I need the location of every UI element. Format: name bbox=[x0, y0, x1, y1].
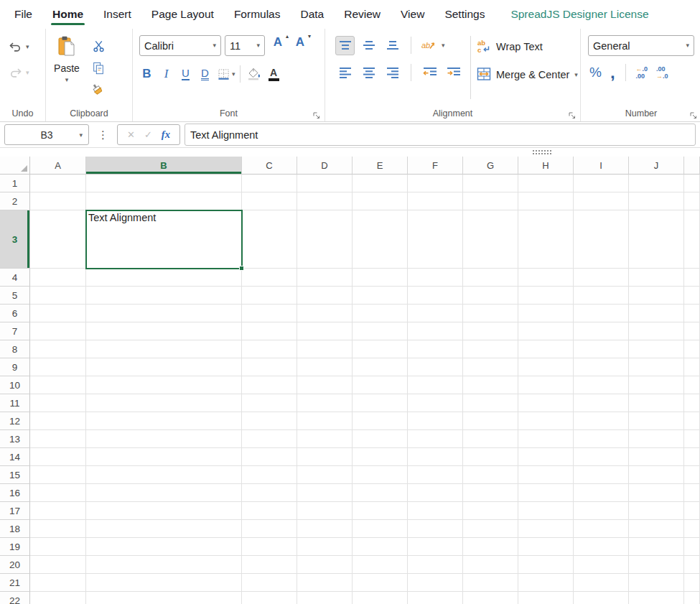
cell-G6[interactable] bbox=[463, 305, 518, 322]
cell-E6[interactable] bbox=[353, 305, 408, 322]
cell-G4[interactable] bbox=[463, 269, 518, 287]
menu-formulas[interactable]: Formulas bbox=[224, 0, 291, 29]
cell-H21[interactable] bbox=[518, 574, 574, 592]
cell-H22[interactable] bbox=[518, 592, 574, 604]
cell-I21[interactable] bbox=[574, 574, 629, 592]
cell-A9[interactable] bbox=[30, 358, 86, 376]
cell-I22[interactable] bbox=[574, 592, 629, 604]
select-all-corner[interactable] bbox=[0, 157, 30, 175]
cell-F16[interactable] bbox=[408, 484, 463, 502]
column-header-F[interactable]: F bbox=[408, 157, 463, 175]
cell-F22[interactable] bbox=[408, 592, 463, 604]
cell-J17[interactable] bbox=[629, 502, 684, 520]
cell-J16[interactable] bbox=[629, 484, 684, 502]
cell-H8[interactable] bbox=[518, 340, 574, 358]
cell-D11[interactable] bbox=[297, 394, 353, 412]
cell-H16[interactable] bbox=[518, 484, 574, 502]
cell-G17[interactable] bbox=[463, 502, 518, 520]
cell-F5[interactable] bbox=[408, 287, 463, 305]
cell-I8[interactable] bbox=[574, 340, 629, 358]
cell-J21[interactable] bbox=[629, 574, 684, 592]
cell-D21[interactable] bbox=[297, 574, 353, 592]
cell-J6[interactable] bbox=[629, 305, 684, 322]
borders-chevron-icon[interactable]: ▾ bbox=[232, 71, 235, 78]
menu-spreadjs-license[interactable]: SpreadJS Designer License bbox=[495, 0, 658, 29]
cell-B2[interactable] bbox=[86, 192, 242, 210]
cancel-entry-icon[interactable]: ✕ bbox=[127, 129, 135, 140]
cell-D10[interactable] bbox=[297, 376, 353, 394]
cell-I19[interactable] bbox=[574, 538, 629, 556]
cell-H11[interactable] bbox=[518, 394, 574, 412]
cell-F20[interactable] bbox=[408, 556, 463, 574]
font-dialog-launcher-icon[interactable] bbox=[313, 109, 320, 116]
row-header-8[interactable]: 8 bbox=[0, 340, 30, 358]
cell-G14[interactable] bbox=[463, 448, 518, 466]
cell-D5[interactable] bbox=[297, 287, 353, 305]
cell-E4[interactable] bbox=[353, 269, 408, 287]
cell-J15[interactable] bbox=[629, 466, 684, 484]
cell-I11[interactable] bbox=[574, 394, 629, 412]
resize-grip-handle[interactable] bbox=[533, 150, 551, 154]
cell-D7[interactable] bbox=[297, 322, 353, 340]
copy-icon[interactable] bbox=[89, 60, 108, 77]
row-header-11[interactable]: 11 bbox=[0, 394, 30, 412]
align-bottom-button[interactable] bbox=[383, 36, 402, 55]
cell-A2[interactable] bbox=[30, 192, 86, 210]
cell-H4[interactable] bbox=[518, 269, 574, 287]
row-header-7[interactable]: 7 bbox=[0, 322, 30, 340]
cell-B9[interactable] bbox=[86, 358, 242, 376]
cell-I2[interactable] bbox=[574, 192, 629, 210]
decrease-indent-button[interactable] bbox=[420, 63, 439, 83]
cell-G19[interactable] bbox=[463, 538, 518, 556]
number-dialog-launcher-icon[interactable] bbox=[690, 109, 697, 116]
cell-D17[interactable] bbox=[297, 502, 353, 520]
cell-C22[interactable] bbox=[242, 592, 297, 604]
cell-E8[interactable] bbox=[353, 340, 408, 358]
cell-G7[interactable] bbox=[463, 322, 518, 340]
alignment-dialog-launcher-icon[interactable] bbox=[569, 109, 576, 116]
cell-E19[interactable] bbox=[353, 538, 408, 556]
double-underline-button[interactable]: D bbox=[195, 65, 215, 83]
cell-E11[interactable] bbox=[353, 394, 408, 412]
cell-J7[interactable] bbox=[629, 322, 684, 340]
cut-icon[interactable] bbox=[89, 37, 108, 55]
cell-E5[interactable] bbox=[353, 287, 408, 305]
cell-J4[interactable] bbox=[629, 269, 684, 287]
cell-F3[interactable] bbox=[408, 210, 463, 269]
cell-I16[interactable] bbox=[574, 484, 629, 502]
insert-function-icon[interactable]: fx bbox=[162, 129, 170, 141]
cell-E18[interactable] bbox=[353, 520, 408, 538]
cell-A12[interactable] bbox=[30, 412, 86, 430]
cell-D12[interactable] bbox=[297, 412, 353, 430]
row-header-10[interactable]: 10 bbox=[0, 376, 30, 394]
cell-A13[interactable] bbox=[30, 430, 86, 448]
cell-C5[interactable] bbox=[242, 287, 297, 305]
name-box-chevron-icon[interactable]: ▾ bbox=[79, 132, 83, 139]
cell-E17[interactable] bbox=[353, 502, 408, 520]
row-header-18[interactable]: 18 bbox=[0, 520, 30, 538]
font-color-button[interactable]: A bbox=[264, 65, 284, 83]
row-header-1[interactable]: 1 bbox=[0, 175, 30, 192]
cell-B22[interactable] bbox=[86, 592, 242, 604]
cell-A7[interactable] bbox=[30, 322, 86, 340]
cell-G21[interactable] bbox=[463, 574, 518, 592]
column-header-C[interactable]: C bbox=[242, 157, 297, 175]
cell-I4[interactable] bbox=[574, 269, 629, 287]
cell-D15[interactable] bbox=[297, 466, 353, 484]
cell-D18[interactable] bbox=[297, 520, 353, 538]
row-header-19[interactable]: 19 bbox=[0, 538, 30, 556]
cell-D6[interactable] bbox=[297, 305, 353, 322]
cell-H3[interactable] bbox=[518, 210, 574, 269]
cell-E20[interactable] bbox=[353, 556, 408, 574]
cell-D14[interactable] bbox=[297, 448, 353, 466]
cell-B19[interactable] bbox=[86, 538, 242, 556]
row-header-2[interactable]: 2 bbox=[0, 192, 30, 210]
increase-decimal-button[interactable]: ←.0 .00 bbox=[636, 65, 648, 80]
merge-center-button[interactable]: Merge & Center ▾ bbox=[477, 64, 578, 85]
cell-C16[interactable] bbox=[242, 484, 297, 502]
row-header-5[interactable]: 5 bbox=[0, 287, 30, 305]
cell-F18[interactable] bbox=[408, 520, 463, 538]
increase-indent-button[interactable] bbox=[444, 63, 463, 83]
cell-A1[interactable] bbox=[30, 175, 86, 192]
cell-I7[interactable] bbox=[574, 322, 629, 340]
